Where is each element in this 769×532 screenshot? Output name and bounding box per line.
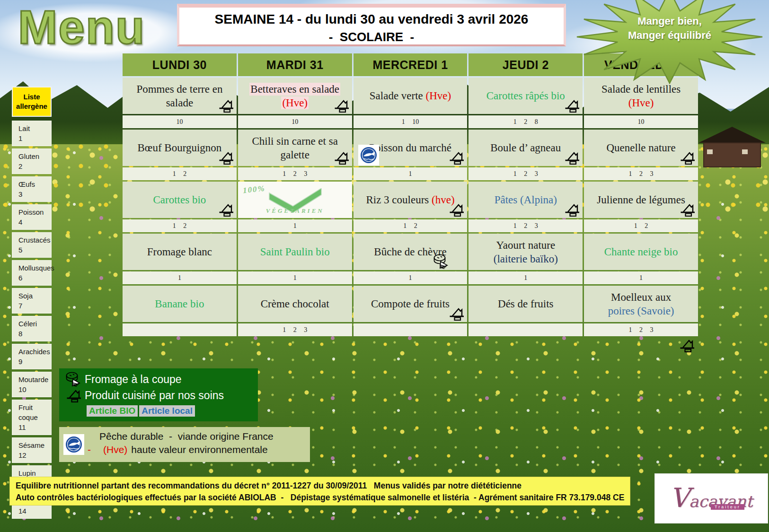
cheese-icon bbox=[433, 253, 451, 270]
cuisine-icon bbox=[450, 151, 465, 165]
menu-item-text: Poisson du marché bbox=[369, 141, 451, 155]
menu-item-text: Boule d’ agneau bbox=[490, 141, 561, 155]
vacavant-logo: Vacavant Traiteur bbox=[654, 473, 768, 523]
menu-item-text: Bœuf Bourguignon bbox=[137, 141, 221, 155]
menu-item-text: Yaourt nature(laiterie baïko) bbox=[494, 238, 558, 266]
hve-description: haute valeur environnementale bbox=[131, 444, 267, 455]
cuisine-icon bbox=[219, 151, 234, 165]
menu-poster: Menu SEMAINE 14 - du lundi 30 au vendred… bbox=[0, 0, 769, 532]
menu-item-cell: Chante neige bio bbox=[584, 234, 698, 270]
menu-item-text: Julienne de légumes bbox=[597, 193, 685, 207]
fish-line-1: Pêche durable - viande origine France bbox=[99, 431, 310, 442]
menu-item-cell: Yaourt nature(laiterie baïko) bbox=[468, 234, 583, 270]
menu-item-cell: Carottes râpés bio bbox=[468, 78, 583, 114]
allergen-numbers-cell: 1 bbox=[123, 271, 237, 284]
menu-item-text: Salade verte (Hve) bbox=[370, 89, 451, 103]
badge-line-2: Manger équilibré bbox=[574, 28, 766, 43]
legend-box: Fromage à la coupe Produit cuisiné par n… bbox=[59, 368, 258, 421]
cuisine-icon bbox=[565, 203, 580, 217]
menu-item-text: Salade de lentilles (Hve) bbox=[588, 82, 694, 110]
hve-tag: (Hve) bbox=[103, 444, 127, 455]
allergen-numbers-cell: 10 bbox=[584, 115, 698, 128]
allergen-numbers-cell: 1 2 3 bbox=[468, 167, 583, 180]
allergen-numbers-cell bbox=[354, 323, 468, 336]
cuisine-icon bbox=[680, 339, 695, 352]
menu-item-cell: Crème chocolat bbox=[238, 286, 352, 322]
menu-item-cell: Banane bio bbox=[123, 286, 237, 322]
badge-text: Manger bien, Manger équilibré bbox=[574, 14, 766, 43]
allergen-numbers-cell: 1 2 3 bbox=[468, 219, 583, 232]
article-local-label: Article local bbox=[139, 405, 195, 417]
cuisine-icon bbox=[681, 203, 696, 217]
allergen-numbers-cell: 1 2 3 bbox=[238, 323, 352, 336]
allergen-numbers-cell: 1 2 bbox=[354, 219, 468, 232]
chalet-roof bbox=[698, 127, 766, 143]
menu-item-cell: 100%VÉGÉTARIEN bbox=[238, 182, 352, 218]
cuisine-icon bbox=[450, 307, 465, 321]
chalet-window bbox=[707, 149, 713, 154]
allergen-item: Moutarde 10 bbox=[12, 372, 52, 397]
menu-item-text: Chante neige bio bbox=[604, 245, 678, 259]
menu-item-cell: Boule d’ agneau bbox=[468, 130, 583, 166]
allergen-list-title: Liste allergène bbox=[12, 87, 52, 117]
allergen-numbers-cell: 1 2 3 bbox=[584, 323, 698, 336]
peche-durable-logo bbox=[63, 434, 84, 455]
legend-cheese-label: Fromage à la coupe bbox=[85, 373, 182, 386]
banner-week-text: SEMAINE 14 - du lundi 30 au vendredi 3 a… bbox=[179, 12, 564, 27]
allergen-item: Arachides 9 bbox=[12, 344, 52, 369]
menu-item-cell: Saint Paulin bio bbox=[238, 234, 352, 270]
fish-info-box: Pêche durable - viande origine France -(… bbox=[59, 427, 310, 462]
day-header: JEUDI 2 bbox=[468, 53, 583, 76]
menu-item-text: Chili sin carne et sa galette bbox=[242, 134, 348, 162]
menu-item-text: Moelleux auxpoires (Savoie) bbox=[608, 290, 674, 318]
fish-line-2: -(Hve)haute valeur environnementale bbox=[88, 444, 310, 455]
allergen-numbers-cell: 1 bbox=[238, 271, 352, 284]
allergen-item: Céleri 8 bbox=[12, 316, 52, 341]
allergen-numbers-cell: 1 bbox=[238, 219, 352, 232]
menu-item-text: Pâtes (Alpina) bbox=[495, 193, 557, 207]
allergen-item: Crustacés 5 bbox=[12, 232, 52, 258]
cheese-icon bbox=[64, 371, 85, 387]
allergen-numbers-cell bbox=[123, 323, 237, 336]
allergen-item: Sésame 12 bbox=[12, 437, 52, 463]
vegetarian-word: VÉGÉTARIEN bbox=[238, 204, 352, 218]
menu-item-text: Betteraves en salade (Hve) bbox=[242, 82, 348, 110]
menu-item-cell: Dés de fruits bbox=[468, 286, 583, 322]
cuisine-icon bbox=[64, 389, 85, 402]
menu-item-cell: Fromage blanc bbox=[123, 234, 237, 270]
allergen-item: Œufs 3 bbox=[12, 176, 52, 202]
menu-item-cell: Julienne de légumes bbox=[584, 182, 698, 218]
menu-item-text: Pommes de terre en salade bbox=[126, 82, 233, 110]
menu-item-text: Saint Paulin bio bbox=[260, 245, 330, 259]
allergen-item: Fruit coque 11 bbox=[12, 400, 52, 435]
allergen-numbers-cell: 1 2 bbox=[584, 219, 698, 232]
menu-item-cell: Betteraves en salade (Hve) bbox=[238, 78, 352, 114]
peche-durable-logo bbox=[358, 145, 379, 166]
week-banner: SEMAINE 14 - du lundi 30 au vendredi 3 a… bbox=[177, 4, 566, 46]
allergen-numbers-cell: 1 bbox=[354, 271, 468, 284]
cuisine-icon bbox=[219, 99, 234, 113]
allergen-sidebar: Liste allergène Lait 1Gluten 2Œufs 3Pois… bbox=[12, 87, 52, 521]
menu-item-cell: Riz 3 couleurs (hve) bbox=[354, 182, 468, 218]
cuisine-icon bbox=[565, 99, 580, 113]
day-header: LUNDI 30 bbox=[123, 53, 237, 76]
menu-item-cell: Compote de fruits bbox=[354, 286, 468, 322]
menu-item-cell: Carottes bio bbox=[123, 182, 237, 218]
allergen-numbers-cell bbox=[468, 323, 583, 336]
day-header: MERCREDI 1 bbox=[354, 53, 468, 76]
cuisine-icon bbox=[565, 151, 580, 165]
allergen-list: Lait 1Gluten 2Œufs 3Poisson 4Crustacés 5… bbox=[12, 121, 52, 519]
vacavant-subtitle: Traiteur bbox=[711, 504, 744, 510]
menu-item-cell: Chili sin carne et sa galette bbox=[238, 130, 352, 166]
allergen-numbers-cell: 1 bbox=[584, 271, 698, 284]
allergen-numbers-cell: 10 bbox=[238, 115, 352, 128]
menu-table: LUNDI 30MARDI 31MERCREDI 1JEUDI 2VENDRED… bbox=[123, 53, 698, 338]
cuisine-icon bbox=[450, 203, 465, 217]
cuisine-icon bbox=[681, 151, 696, 165]
allergen-item: Poisson 4 bbox=[12, 204, 52, 230]
cuisine-icon bbox=[335, 99, 350, 113]
menu-item-cell: Salade verte (Hve) bbox=[354, 78, 468, 114]
day-header: MARDI 31 bbox=[238, 53, 352, 76]
allergen-item: Gluten 2 bbox=[12, 148, 52, 174]
allergen-numbers-cell: 1 2 8 bbox=[468, 115, 583, 128]
